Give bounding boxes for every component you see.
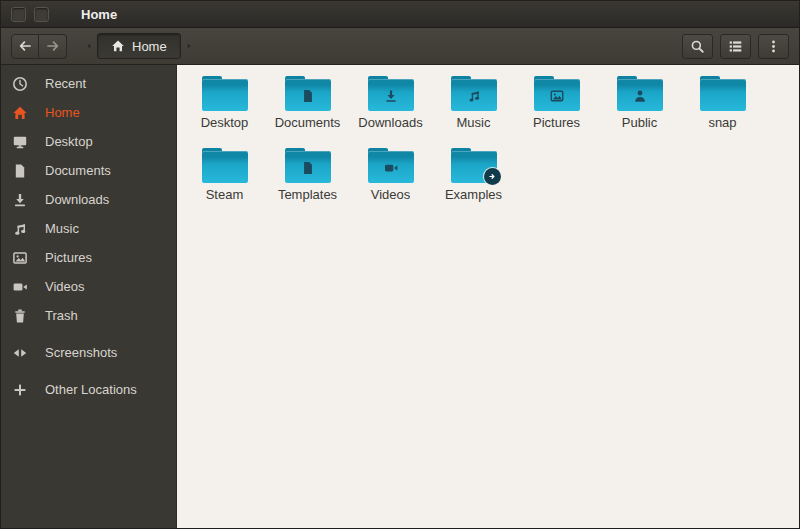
search-icon bbox=[690, 39, 705, 54]
music-note-emblem-icon bbox=[466, 89, 481, 104]
file-item-snap[interactable]: snap bbox=[681, 73, 764, 145]
sidebar-item-videos[interactable]: Videos bbox=[1, 272, 176, 301]
sidebar-item-label: Downloads bbox=[45, 192, 109, 207]
file-name: snap bbox=[708, 115, 736, 130]
folder-icon bbox=[285, 148, 331, 183]
file-name: Music bbox=[457, 115, 491, 130]
file-item-downloads[interactable]: Downloads bbox=[349, 73, 432, 145]
document-icon bbox=[12, 163, 28, 179]
sidebar-item-screenshots[interactable]: Screenshots bbox=[1, 338, 176, 367]
folder-icon bbox=[368, 76, 414, 111]
window-button-2[interactable] bbox=[34, 7, 49, 22]
file-name: Downloads bbox=[358, 115, 422, 130]
view-toggle-button[interactable] bbox=[720, 34, 751, 59]
clock-icon bbox=[12, 76, 28, 92]
file-item-documents[interactable]: Documents bbox=[266, 73, 349, 145]
window-body: Recent Home Desktop Documents Downloads … bbox=[1, 65, 799, 528]
sidebar-item-other-locations[interactable]: Other Locations bbox=[1, 375, 176, 404]
sidebar-item-label: Desktop bbox=[45, 134, 93, 149]
folder-icon bbox=[368, 148, 414, 183]
arrow-left-icon bbox=[17, 38, 33, 54]
file-name: Desktop bbox=[201, 115, 249, 130]
folder-icon bbox=[451, 148, 497, 183]
folder-icon bbox=[202, 148, 248, 183]
sidebar-list: Recent Home Desktop Documents Downloads … bbox=[1, 69, 176, 404]
list-view-icon bbox=[728, 39, 743, 54]
folder-icon bbox=[617, 76, 663, 111]
desktop-icon bbox=[12, 134, 28, 150]
sidebar-item-label: Other Locations bbox=[45, 382, 137, 397]
person-emblem-icon bbox=[632, 89, 647, 104]
forward-button[interactable] bbox=[39, 34, 67, 59]
file-name: Public bbox=[622, 115, 657, 130]
sidebar-item-trash[interactable]: Trash bbox=[1, 301, 176, 330]
drive-icon bbox=[12, 345, 28, 361]
sidebar-item-label: Home bbox=[45, 105, 80, 120]
path-segment-home[interactable]: Home bbox=[97, 33, 181, 59]
video-camera-icon bbox=[12, 279, 28, 295]
sidebar-item-documents[interactable]: Documents bbox=[1, 156, 176, 185]
photo-emblem-icon bbox=[549, 89, 564, 104]
file-item-videos[interactable]: Videos bbox=[349, 145, 432, 217]
sidebar-item-downloads[interactable]: Downloads bbox=[1, 185, 176, 214]
photo-icon bbox=[12, 250, 28, 266]
file-name: Videos bbox=[371, 187, 411, 202]
folder-icon bbox=[451, 76, 497, 111]
back-button[interactable] bbox=[11, 34, 39, 59]
sidebar-item-label: Pictures bbox=[45, 250, 92, 265]
folder-icon bbox=[285, 76, 331, 111]
sidebar-item-label: Trash bbox=[45, 308, 78, 323]
path-bar: Home bbox=[81, 33, 197, 59]
plus-icon bbox=[12, 382, 28, 398]
menu-button[interactable] bbox=[758, 34, 789, 59]
sidebar-item-desktop[interactable]: Desktop bbox=[1, 127, 176, 156]
file-item-pictures[interactable]: Pictures bbox=[515, 73, 598, 145]
folder-icon bbox=[700, 76, 746, 111]
path-scroll-left-icon bbox=[83, 40, 95, 52]
titlebar[interactable]: Home bbox=[1, 1, 799, 28]
file-name: Templates bbox=[278, 187, 337, 202]
home-icon bbox=[111, 39, 125, 53]
search-button[interactable] bbox=[682, 34, 713, 59]
sidebar-item-label: Music bbox=[45, 221, 79, 236]
file-name: Steam bbox=[206, 187, 244, 202]
file-name: Examples bbox=[445, 187, 502, 202]
window-button-1[interactable] bbox=[11, 7, 26, 22]
window-title: Home bbox=[81, 7, 117, 22]
file-item-music[interactable]: Music bbox=[432, 73, 515, 145]
file-item-examples[interactable]: Examples bbox=[432, 145, 515, 217]
sidebar-item-recent[interactable]: Recent bbox=[1, 69, 176, 98]
document-emblem-icon bbox=[300, 161, 315, 176]
file-item-steam[interactable]: Steam bbox=[183, 145, 266, 217]
sidebar-item-label: Videos bbox=[45, 279, 85, 294]
file-grid[interactable]: Desktop Documents Downloads Music Pictur… bbox=[177, 65, 799, 528]
file-item-templates[interactable]: Templates bbox=[266, 145, 349, 217]
music-note-icon bbox=[12, 221, 28, 237]
file-item-public[interactable]: Public bbox=[598, 73, 681, 145]
sidebar-item-label: Screenshots bbox=[45, 345, 117, 360]
link-emblem-icon bbox=[484, 168, 501, 185]
folder-icon bbox=[202, 76, 248, 111]
file-name: Documents bbox=[275, 115, 341, 130]
document-emblem-icon bbox=[300, 89, 315, 104]
path-segment-label: Home bbox=[132, 39, 167, 54]
sidebar-item-label: Documents bbox=[45, 163, 111, 178]
sidebar-item-pictures[interactable]: Pictures bbox=[1, 243, 176, 272]
path-scroll-right-icon bbox=[183, 40, 195, 52]
sidebar-item-home[interactable]: Home bbox=[1, 98, 176, 127]
sidebar-item-music[interactable]: Music bbox=[1, 214, 176, 243]
toolbar: Home bbox=[1, 28, 799, 65]
nav-button-group bbox=[11, 34, 67, 59]
trash-icon bbox=[12, 308, 28, 324]
sidebar-item-label: Recent bbox=[45, 76, 86, 91]
home-icon bbox=[12, 105, 28, 121]
folder-icon bbox=[534, 76, 580, 111]
download-icon bbox=[12, 192, 28, 208]
menu-dots-icon bbox=[766, 39, 781, 54]
download-emblem-icon bbox=[383, 89, 398, 104]
file-name: Pictures bbox=[533, 115, 580, 130]
file-item-desktop[interactable]: Desktop bbox=[183, 73, 266, 145]
arrow-right-icon bbox=[45, 38, 61, 54]
video-camera-emblem-icon bbox=[383, 161, 398, 176]
sidebar: Recent Home Desktop Documents Downloads … bbox=[1, 65, 177, 528]
